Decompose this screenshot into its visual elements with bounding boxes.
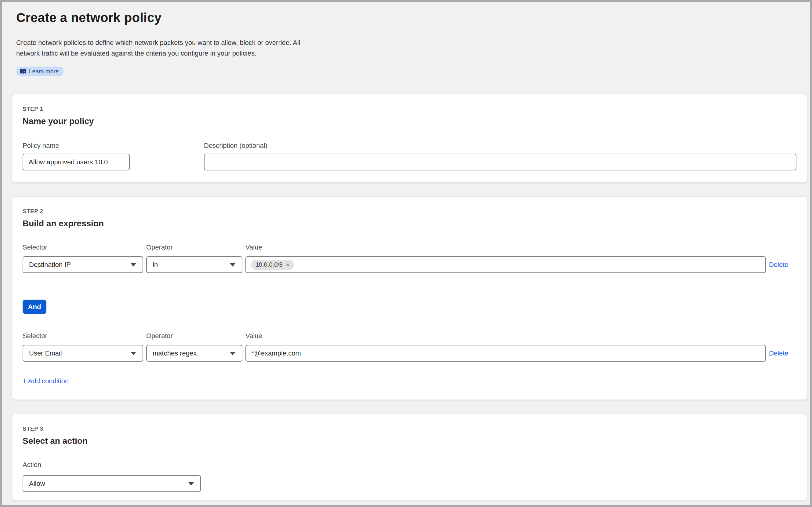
selector-column-label: Selector bbox=[22, 332, 143, 340]
value-column-label: Value bbox=[245, 243, 766, 251]
selector-column-label: Selector bbox=[22, 243, 143, 251]
page-description: Create network policies to define which … bbox=[16, 37, 300, 59]
learn-more-button[interactable]: Learn more bbox=[16, 67, 63, 76]
chevron-down-icon bbox=[131, 263, 136, 267]
value-tag-text: 10.0.0.0/8 bbox=[255, 261, 283, 268]
page-title: Create a network policy bbox=[16, 10, 300, 25]
condition2-operator-value: matches regex bbox=[152, 349, 197, 357]
condition2-labels: Selector Operator Value bbox=[22, 332, 797, 340]
condition1-operator-dropdown[interactable]: in bbox=[146, 256, 242, 273]
chevron-down-icon bbox=[230, 352, 235, 355]
operator-column-label: Operator bbox=[146, 243, 242, 251]
condition2-value-input[interactable] bbox=[245, 345, 766, 361]
description-label: Description (optional) bbox=[204, 142, 797, 150]
condition1-selector-dropdown[interactable]: Destination IP bbox=[22, 256, 143, 273]
chevron-down-icon bbox=[230, 263, 235, 267]
step3-eyebrow: STEP 3 bbox=[22, 426, 797, 432]
condition-row: User Email matches regex Delete bbox=[22, 345, 797, 361]
and-button[interactable]: And bbox=[22, 300, 46, 314]
condition1-value-input[interactable]: 10.0.0.0/8 × bbox=[245, 256, 766, 273]
book-icon bbox=[19, 69, 26, 74]
action-label: Action bbox=[22, 461, 797, 469]
condition2-operator-dropdown[interactable]: matches regex bbox=[146, 345, 242, 361]
action-value: Allow bbox=[29, 480, 45, 488]
condition1-operator-value: in bbox=[152, 261, 158, 269]
page-description-line-2: network traffic will be evaluated agains… bbox=[16, 48, 300, 59]
step2-eyebrow: STEP 2 bbox=[22, 208, 797, 215]
step1-card: STEP 1 Name your policy Policy name Desc… bbox=[12, 94, 807, 183]
action-dropdown[interactable]: Allow bbox=[22, 475, 201, 492]
value-column-label: Value bbox=[245, 332, 766, 340]
condition2-delete-link[interactable]: Delete bbox=[769, 349, 789, 357]
step3-heading: Select an action bbox=[22, 436, 797, 446]
description-input[interactable] bbox=[204, 154, 797, 170]
step1-eyebrow: STEP 1 bbox=[22, 106, 797, 112]
description-field-group: Description (optional) bbox=[204, 142, 797, 170]
step2-heading: Build an expression bbox=[22, 219, 797, 228]
learn-more-label: Learn more bbox=[29, 68, 59, 75]
page-description-line-1: Create network policies to define which … bbox=[16, 37, 300, 48]
condition1-selector-value: Destination IP bbox=[29, 261, 71, 269]
add-condition-link[interactable]: + Add condition bbox=[22, 377, 69, 385]
condition2-selector-value: User Email bbox=[29, 349, 62, 357]
chevron-down-icon bbox=[131, 352, 136, 355]
policy-name-input[interactable] bbox=[22, 154, 130, 170]
step1-fields: Policy name Description (optional) bbox=[22, 142, 797, 170]
step3-card: STEP 3 Select an action Action Allow bbox=[12, 414, 807, 500]
chevron-down-icon bbox=[188, 482, 194, 486]
tag-remove-icon[interactable]: × bbox=[286, 262, 290, 268]
condition1-labels: Selector Operator Value bbox=[22, 243, 797, 251]
condition-row: Destination IP in 10.0.0.0/8 × Delete bbox=[22, 256, 797, 273]
condition2-selector-dropdown[interactable]: User Email bbox=[22, 345, 143, 361]
step2-card: STEP 2 Build an expression Selector Oper… bbox=[12, 196, 807, 400]
policy-name-field-group: Policy name bbox=[22, 142, 130, 170]
step1-heading: Name your policy bbox=[22, 116, 797, 126]
policy-name-label: Policy name bbox=[22, 142, 130, 150]
condition1-delete-link[interactable]: Delete bbox=[769, 261, 789, 269]
page-header: Create a network policy Create network p… bbox=[16, 10, 300, 76]
value-tag: 10.0.0.0/8 × bbox=[251, 260, 294, 270]
operator-column-label: Operator bbox=[146, 332, 242, 340]
